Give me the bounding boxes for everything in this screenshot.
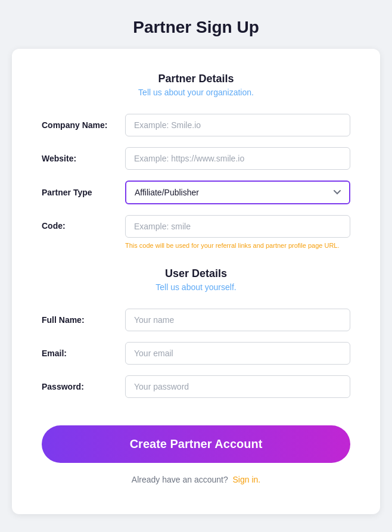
password-label: Password: — [42, 382, 125, 391]
page-title: Partner Sign Up — [133, 18, 259, 37]
website-label: Website: — [42, 154, 125, 163]
company-name-field-wrapper — [125, 114, 350, 136]
partner-details-subtitle: Tell us about your organization. — [42, 88, 350, 97]
company-name-input[interactable] — [125, 114, 350, 136]
code-label: Code: — [42, 215, 125, 231]
email-input[interactable] — [125, 342, 350, 365]
partner-type-select[interactable]: Affiliate/Publisher Agency Technology — [125, 181, 350, 204]
partner-type-row: Partner Type Affiliate/Publisher Agency … — [42, 181, 350, 204]
company-name-label: Company Name: — [42, 120, 125, 130]
website-input[interactable] — [125, 147, 350, 170]
user-details-subtitle: Tell us about yourself. — [42, 282, 350, 292]
website-field-wrapper — [125, 147, 350, 170]
full-name-input[interactable] — [125, 309, 350, 331]
company-name-row: Company Name: — [42, 114, 350, 136]
code-hint: This code will be used for your referral… — [125, 241, 350, 251]
signup-card: Partner Details Tell us about your organ… — [12, 49, 380, 514]
full-name-row: Full Name: — [42, 309, 350, 331]
full-name-label: Full Name: — [42, 315, 125, 325]
already-account-label: Already have an account? — [132, 475, 228, 484]
partner-type-field-wrapper: Affiliate/Publisher Agency Technology — [125, 181, 350, 204]
code-input[interactable] — [125, 215, 350, 238]
partner-type-label: Partner Type — [42, 188, 125, 197]
password-row: Password: — [42, 375, 350, 398]
password-field-wrapper — [125, 375, 350, 398]
partner-details-title: Partner Details — [42, 73, 350, 85]
full-name-field-wrapper — [125, 309, 350, 331]
email-row: Email: — [42, 342, 350, 365]
already-account-text: Already have an account? Sign in. — [42, 475, 350, 484]
website-row: Website: — [42, 147, 350, 170]
user-details-title: User Details — [42, 267, 350, 280]
email-field-wrapper — [125, 342, 350, 365]
code-row: Code: This code will be used for your re… — [42, 215, 350, 251]
sign-in-link[interactable]: Sign in. — [232, 475, 260, 484]
email-label: Email: — [42, 349, 125, 358]
password-input[interactable] — [125, 375, 350, 398]
code-field-wrapper: This code will be used for your referral… — [125, 215, 350, 251]
create-partner-account-button[interactable]: Create Partner Account — [42, 425, 350, 463]
